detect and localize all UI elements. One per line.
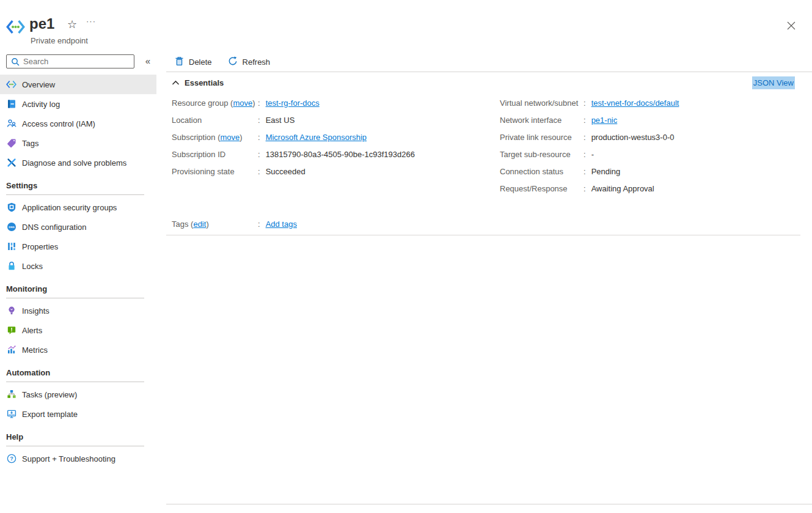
- section-divider: [6, 382, 144, 382]
- refresh-icon: [228, 56, 238, 68]
- essentials-title: Essentials: [185, 78, 224, 87]
- collapse-sidebar-icon[interactable]: «: [144, 56, 152, 66]
- delete-button-label: Delete: [189, 57, 212, 67]
- essentials-value-link-microsoft-azure-sponsorship[interactable]: Microsoft Azure Sponsorship: [266, 133, 367, 142]
- essentials-label-link-move[interactable]: move: [233, 98, 252, 108]
- essentials-label-link-move[interactable]: move: [220, 133, 240, 142]
- essentials-value: production-westus3-0-0: [591, 133, 675, 142]
- sidebar-item-label: Export template: [22, 410, 78, 419]
- sidebar-section-heading-monitoring: Monitoring: [0, 284, 156, 298]
- sidebar-item-alerts[interactable]: Alerts: [0, 320, 156, 340]
- application-security-groups-icon: [6, 202, 16, 213]
- search-input[interactable]: [23, 57, 134, 66]
- essentials-row: Provisioning state:Succeeded: [172, 163, 500, 180]
- sidebar-section-heading-help: Help: [0, 432, 156, 446]
- sidebar-search-row: «: [0, 53, 156, 73]
- svg-text:?: ?: [10, 456, 13, 462]
- sidebar-item-overview[interactable]: Overview: [0, 75, 156, 94]
- sidebar-item-label: Alerts: [22, 326, 42, 335]
- sidebar-item-access-control-iam[interactable]: Access control (IAM): [0, 114, 156, 133]
- essentials-value: Awaiting Approval: [591, 184, 654, 193]
- essentials-value: -: [591, 150, 594, 159]
- private-endpoint-icon: [6, 79, 16, 90]
- delete-button[interactable]: Delete: [175, 56, 212, 68]
- essentials-left-column: Resource group (move):test-rg-for-docsLo…: [172, 94, 500, 197]
- section-divider: [6, 446, 144, 446]
- colon-separator: :: [583, 167, 586, 176]
- essentials-label: Request/Response: [500, 184, 583, 193]
- essentials-right-column: Virtual network/subnet:test-vnet-for-doc…: [500, 94, 812, 197]
- favorite-star-icon[interactable]: ☆: [67, 19, 77, 30]
- more-options-icon[interactable]: ···: [86, 17, 96, 26]
- essentials-label: Location: [172, 116, 258, 125]
- page-title: pe1: [29, 16, 54, 32]
- sidebar-item-metrics[interactable]: Metrics: [0, 340, 156, 360]
- sidebar-item-support-troubleshooting[interactable]: ?Support + Troubleshooting: [0, 449, 156, 468]
- essentials-label: Resource group (move): [172, 98, 258, 108]
- sidebar-item-label: Overview: [22, 80, 55, 89]
- essentials-label: Private link resource: [500, 133, 583, 142]
- colon-separator: :: [258, 98, 260, 108]
- essentials-label-link-edit[interactable]: edit: [193, 220, 206, 229]
- sidebar-item-export-template[interactable]: Export template: [0, 404, 156, 424]
- close-icon[interactable]: [783, 17, 800, 34]
- json-view-link[interactable]: JSON View: [752, 76, 795, 89]
- essentials-row: Tags (edit):Add tags: [172, 215, 812, 232]
- tags-row: Tags (edit):Add tags: [156, 215, 812, 232]
- sidebar-item-tasks-preview[interactable]: Tasks (preview): [0, 385, 156, 404]
- chevron-up-icon: [172, 78, 180, 87]
- essentials-header: Essentials JSON View: [156, 72, 812, 93]
- metrics-icon: [6, 345, 16, 355]
- svg-text:DNS: DNS: [9, 226, 14, 229]
- insights-icon: [6, 306, 16, 316]
- export-template-icon: [6, 409, 16, 419]
- page-header: pe1 ☆ ··· Private endpoint: [0, 0, 812, 53]
- support-icon: ?: [6, 454, 16, 464]
- essentials-bottom-divider: [166, 235, 800, 235]
- main-content: Delete Refresh Essentials JSON View Reso…: [156, 53, 812, 513]
- colon-separator: :: [583, 133, 586, 142]
- sidebar-item-label: Application security groups: [22, 203, 117, 212]
- sidebar-section-heading-settings: Settings: [0, 181, 156, 194]
- essentials-label: Subscription (move): [172, 133, 258, 142]
- access-control-icon: [6, 119, 16, 129]
- essentials-row: Connection status:Pending: [500, 163, 812, 180]
- sidebar-item-insights[interactable]: Insights: [0, 301, 156, 320]
- page-subtitle: Private endpoint: [31, 36, 88, 45]
- essentials-row: Private link resource:production-westus3…: [500, 128, 812, 146]
- essentials-row: Resource group (move):test-rg-for-docs: [172, 94, 500, 111]
- essentials-value-link-add-tags[interactable]: Add tags: [266, 220, 297, 229]
- essentials-value: East US: [266, 116, 295, 125]
- essentials-label: Tags (edit): [172, 220, 258, 229]
- sidebar-item-dns-configuration[interactable]: DNSDNS configuration: [0, 217, 156, 237]
- sidebar-menu: OverviewActivity logAccess control (IAM)…: [0, 75, 156, 468]
- diagnose-icon: [6, 158, 16, 168]
- essentials-value-link-test-vnet-for-docs-default[interactable]: test-vnet-for-docs/default: [591, 98, 679, 108]
- essentials-row: Target sub-resource:-: [500, 146, 812, 163]
- essentials-row: Network interface:pe1-nic: [500, 111, 812, 128]
- essentials-row: Location:East US: [172, 111, 500, 128]
- sidebar-item-activity-log[interactable]: Activity log: [0, 94, 156, 114]
- tasks-icon: [6, 389, 16, 400]
- sidebar-item-label: Metrics: [22, 345, 48, 355]
- essentials-value: Succeeded: [266, 167, 305, 176]
- colon-separator: :: [258, 220, 260, 229]
- colon-separator: :: [583, 98, 586, 108]
- sidebar-item-tags[interactable]: Tags: [0, 133, 156, 153]
- essentials-row: Subscription (move):Microsoft Azure Spon…: [172, 128, 500, 146]
- colon-separator: :: [258, 133, 260, 142]
- activity-log-icon: [6, 99, 16, 109]
- essentials-grid: Resource group (move):test-rg-for-docsLo…: [156, 94, 812, 197]
- sidebar-section-heading-automation: Automation: [0, 368, 156, 382]
- essentials-collapse-toggle[interactable]: Essentials: [172, 78, 224, 87]
- sidebar-item-locks[interactable]: Locks: [0, 256, 156, 276]
- sidebar-item-application-security-groups[interactable]: Application security groups: [0, 197, 156, 217]
- refresh-button[interactable]: Refresh: [228, 56, 271, 68]
- essentials-value-link-pe1-nic[interactable]: pe1-nic: [591, 116, 618, 125]
- sidebar-item-diagnose-and-solve-problems[interactable]: Diagnose and solve problems: [0, 153, 156, 172]
- section-divider: [6, 298, 144, 298]
- sidebar-item-label: Access control (IAM): [22, 119, 95, 128]
- essentials-value-link-test-rg-for-docs[interactable]: test-rg-for-docs: [266, 98, 320, 108]
- sidebar-item-properties[interactable]: Properties: [0, 237, 156, 256]
- essentials-value: Pending: [591, 167, 621, 176]
